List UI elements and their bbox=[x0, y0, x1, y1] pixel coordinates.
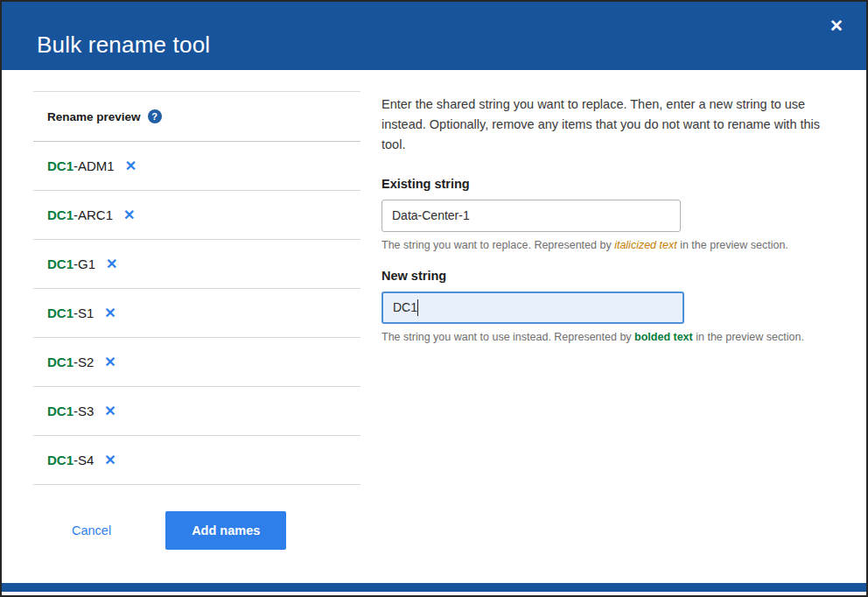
help-suffix: in the preview section. bbox=[693, 331, 804, 343]
close-icon[interactable]: ✕ bbox=[826, 14, 847, 38]
add-names-button[interactable]: Add names bbox=[165, 511, 286, 550]
rename-preview-title: Rename preview bbox=[47, 110, 141, 123]
remove-item-icon[interactable]: ✕ bbox=[125, 159, 136, 173]
help-icon[interactable]: ? bbox=[148, 109, 162, 123]
item-name-suffix: -S3 bbox=[74, 404, 94, 418]
existing-string-input[interactable] bbox=[382, 200, 681, 232]
item-name-bold: DC1 bbox=[47, 404, 74, 418]
modal-body: Rename preview ? DC1-ADM1 ✕ DC1-ARC1 ✕ D… bbox=[2, 70, 866, 583]
existing-string-help: The string you want to replace. Represen… bbox=[382, 239, 835, 251]
italicized-text-sample: italicized text bbox=[614, 239, 677, 251]
form-column: Enter the shared string you want to repl… bbox=[382, 91, 835, 583]
list-item: DC1-S3 ✕ bbox=[33, 387, 360, 436]
item-name-bold: DC1 bbox=[47, 306, 74, 320]
text-cursor bbox=[417, 299, 418, 316]
bolded-text-sample: bolded text bbox=[634, 331, 693, 343]
modal-header: Bulk rename tool ✕ bbox=[2, 2, 866, 70]
help-prefix: The string you want to replace. Represen… bbox=[382, 239, 614, 251]
item-name: DC1-S1 bbox=[47, 306, 94, 320]
item-name: DC1-G1 bbox=[47, 256, 95, 271]
item-name-suffix: -ARC1 bbox=[74, 207, 113, 222]
item-name: DC1-S2 bbox=[47, 355, 94, 369]
remove-item-icon[interactable]: ✕ bbox=[123, 208, 135, 222]
list-item: DC1-S4 ✕ bbox=[33, 436, 360, 485]
item-name-suffix: -G1 bbox=[74, 256, 95, 271]
new-string-input[interactable] bbox=[382, 291, 684, 324]
item-name: DC1-ARC1 bbox=[47, 207, 113, 222]
remove-item-icon[interactable]: ✕ bbox=[104, 453, 116, 467]
new-string-label: New string bbox=[382, 269, 835, 283]
item-name-suffix: -ADM1 bbox=[74, 158, 115, 173]
list-item: DC1-S1 ✕ bbox=[33, 289, 360, 338]
modal-title: Bulk rename tool bbox=[37, 32, 210, 59]
remove-item-icon[interactable]: ✕ bbox=[104, 306, 116, 320]
item-name-suffix: -S1 bbox=[74, 306, 94, 320]
preview-column: Rename preview ? DC1-ADM1 ✕ DC1-ARC1 ✕ D… bbox=[33, 91, 360, 583]
bulk-rename-modal: Bulk rename tool ✕ Rename preview ? DC1-… bbox=[0, 0, 868, 597]
cancel-button[interactable]: Cancel bbox=[72, 523, 111, 537]
item-name-suffix: -S4 bbox=[74, 453, 94, 467]
modal-actions: Cancel Add names bbox=[33, 511, 360, 550]
rename-preview-header: Rename preview ? bbox=[33, 92, 360, 142]
remove-item-icon[interactable]: ✕ bbox=[104, 355, 116, 369]
new-string-wrap bbox=[382, 291, 684, 324]
help-prefix: The string you want to use instead. Repr… bbox=[382, 331, 634, 343]
item-name-bold: DC1 bbox=[47, 355, 74, 369]
rename-preview-list: Rename preview ? DC1-ADM1 ✕ DC1-ARC1 ✕ D… bbox=[33, 91, 360, 485]
existing-string-wrap bbox=[382, 200, 681, 232]
item-name: DC1-S4 bbox=[47, 453, 94, 467]
remove-item-icon[interactable]: ✕ bbox=[104, 404, 116, 418]
existing-string-label: Existing string bbox=[382, 177, 835, 191]
item-name-bold: DC1 bbox=[47, 207, 74, 222]
list-item: DC1-ARC1 ✕ bbox=[33, 191, 360, 240]
help-suffix: in the preview section. bbox=[677, 239, 788, 251]
list-item: DC1-S2 ✕ bbox=[33, 338, 360, 387]
item-name-bold: DC1 bbox=[47, 453, 74, 467]
item-name: DC1-ADM1 bbox=[47, 158, 115, 173]
item-name: DC1-S3 bbox=[47, 404, 94, 418]
item-name-bold: DC1 bbox=[47, 158, 74, 173]
list-item: DC1-ADM1 ✕ bbox=[33, 142, 360, 191]
list-item: DC1-G1 ✕ bbox=[33, 240, 360, 289]
instructions-text: Enter the shared string you want to repl… bbox=[382, 95, 828, 156]
bottom-accent-bar bbox=[2, 583, 866, 592]
remove-item-icon[interactable]: ✕ bbox=[106, 257, 117, 271]
item-name-suffix: -S2 bbox=[74, 355, 94, 369]
item-name-bold: DC1 bbox=[47, 256, 74, 271]
new-string-help: The string you want to use instead. Repr… bbox=[382, 331, 835, 343]
